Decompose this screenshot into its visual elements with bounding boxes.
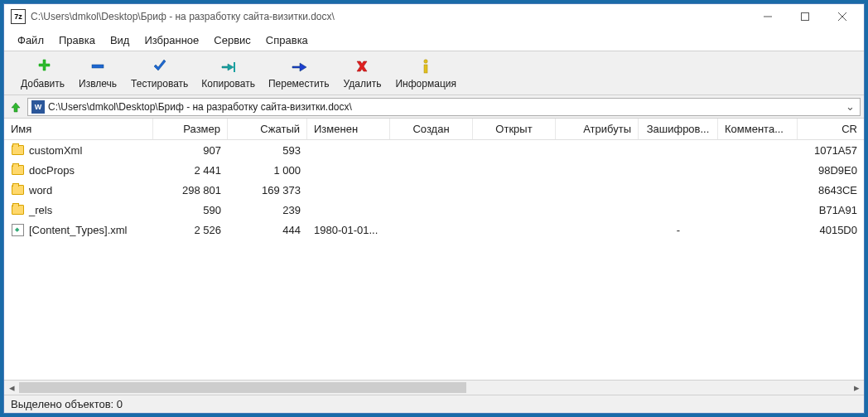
folder-icon — [11, 183, 24, 196]
cell: 4015D0 — [798, 220, 864, 240]
table-row[interactable]: customXml9075931071A57 — [4, 140, 864, 160]
header-size[interactable]: Размер — [153, 119, 228, 139]
path-input[interactable]: W C:\Users\dmkol\Desktop\Бриф - на разра… — [27, 98, 861, 116]
up-button[interactable] — [7, 99, 24, 115]
status-text: Выделено объектов: 0 — [11, 398, 123, 410]
close-button[interactable] — [823, 5, 861, 28]
column-headers: Имя Размер Сжатый Изменен Создан Открыт … — [4, 119, 864, 140]
cell: 169 373 — [228, 180, 307, 200]
header-encrypted[interactable]: Зашифров... — [639, 119, 718, 139]
cell — [473, 160, 556, 180]
svg-rect-1 — [801, 13, 808, 21]
menu-файл[interactable]: Файл — [11, 31, 51, 50]
menu-сервис[interactable]: Сервис — [207, 31, 258, 50]
path-dropdown[interactable]: ⌄ — [843, 100, 856, 113]
cell — [473, 140, 556, 160]
tool-info[interactable]: Информация — [388, 55, 462, 91]
cell-name: docProps — [4, 160, 153, 180]
tool-move[interactable]: Переместить — [262, 55, 336, 91]
cell — [556, 180, 639, 200]
cell — [390, 200, 473, 220]
table-row[interactable]: docProps2 4411 00098D9E0 — [4, 160, 864, 180]
tool-plus[interactable]: Добавить — [14, 55, 71, 91]
cell — [390, 220, 473, 240]
tool-label: Извлечь — [79, 78, 117, 90]
header-packed[interactable]: Сжатый — [228, 119, 307, 139]
menu-справка[interactable]: Справка — [259, 31, 315, 50]
cell — [718, 140, 798, 160]
menu-правка[interactable]: Правка — [52, 31, 102, 50]
tool-label: Тестировать — [131, 78, 188, 90]
cell: 98D9E0 — [798, 160, 864, 180]
cell — [639, 160, 718, 180]
file-name: customXml — [29, 144, 82, 157]
minimize-button[interactable] — [749, 5, 786, 28]
window-controls — [749, 5, 861, 28]
statusbar: Выделено объектов: 0 — [4, 395, 864, 413]
header-crc[interactable]: CR — [798, 119, 864, 139]
file-list: customXml9075931071A57docProps2 4411 000… — [4, 140, 864, 380]
svg-rect-5 — [234, 62, 235, 72]
copy-icon — [219, 56, 238, 76]
file-name: word — [29, 184, 52, 196]
tool-label: Переместить — [268, 78, 330, 90]
cell: B71A91 — [798, 200, 864, 220]
file-name: _rels — [29, 204, 52, 216]
check-icon — [151, 56, 169, 76]
tool-minus[interactable]: Извлечь — [71, 55, 124, 91]
cell: 590 — [153, 200, 228, 220]
maximize-button[interactable] — [786, 5, 823, 28]
cell — [718, 160, 798, 180]
scroll-thumb[interactable] — [19, 382, 466, 393]
app-icon: 7z — [11, 9, 26, 24]
move-icon — [290, 56, 308, 76]
folder-icon — [11, 143, 24, 157]
header-modified[interactable]: Изменен — [307, 119, 390, 139]
cell-name: [Content_Types].xml — [4, 220, 153, 240]
file-name: [Content_Types].xml — [29, 224, 128, 236]
table-row[interactable]: [Content_Types].xml2 5264441980-01-01...… — [4, 220, 864, 240]
cell — [307, 200, 390, 220]
tool-check[interactable]: Тестировать — [124, 55, 195, 91]
svg-rect-4 — [92, 65, 104, 68]
info-icon — [417, 56, 435, 76]
cell — [307, 180, 390, 200]
menu-вид[interactable]: Вид — [104, 31, 137, 50]
tool-copy[interactable]: Копировать — [195, 55, 262, 91]
horizontal-scrollbar[interactable]: ◂ ▸ — [4, 380, 864, 395]
app-window: 7z C:\Users\dmkol\Desktop\Бриф - на разр… — [3, 3, 865, 414]
header-created[interactable]: Создан — [390, 119, 473, 139]
menu-избранное[interactable]: Избранное — [137, 31, 205, 50]
scroll-right-arrow[interactable]: ▸ — [849, 381, 864, 395]
tool-delete[interactable]: Удалить — [335, 55, 388, 91]
cell — [556, 140, 639, 160]
header-name[interactable]: Имя — [4, 119, 153, 139]
cell — [390, 140, 473, 160]
cell: 907 — [153, 140, 228, 160]
table-row[interactable]: _rels590239B71A91 — [4, 200, 864, 220]
cell — [307, 160, 390, 180]
cell — [556, 220, 639, 240]
cell — [639, 200, 718, 220]
window-title: C:\Users\dmkol\Desktop\Бриф - на разрабо… — [31, 11, 749, 22]
toolbar: ДобавитьИзвлечьТестироватьКопироватьПере… — [4, 51, 864, 95]
svg-point-6 — [424, 60, 427, 63]
tool-label: Удалить — [344, 78, 382, 90]
tool-label: Добавить — [21, 78, 65, 90]
cell — [556, 160, 639, 180]
cell — [307, 140, 390, 160]
cell-name: _rels — [4, 200, 153, 220]
docx-icon: W — [31, 100, 45, 114]
header-comment[interactable]: Коммента... — [718, 119, 798, 139]
minus-icon — [89, 56, 107, 76]
cell-name: word — [4, 180, 153, 200]
header-access[interactable]: Открыт — [473, 119, 556, 139]
cell-name: customXml — [4, 140, 153, 160]
tool-label: Информация — [395, 78, 456, 90]
header-attr[interactable]: Атрибуты — [556, 119, 639, 139]
cell: 2 526 — [153, 220, 228, 240]
cell: 2 441 — [153, 160, 228, 180]
table-row[interactable]: word298 801169 3738643CE — [4, 180, 864, 200]
cell: 239 — [228, 200, 307, 220]
scroll-left-arrow[interactable]: ◂ — [4, 381, 19, 395]
